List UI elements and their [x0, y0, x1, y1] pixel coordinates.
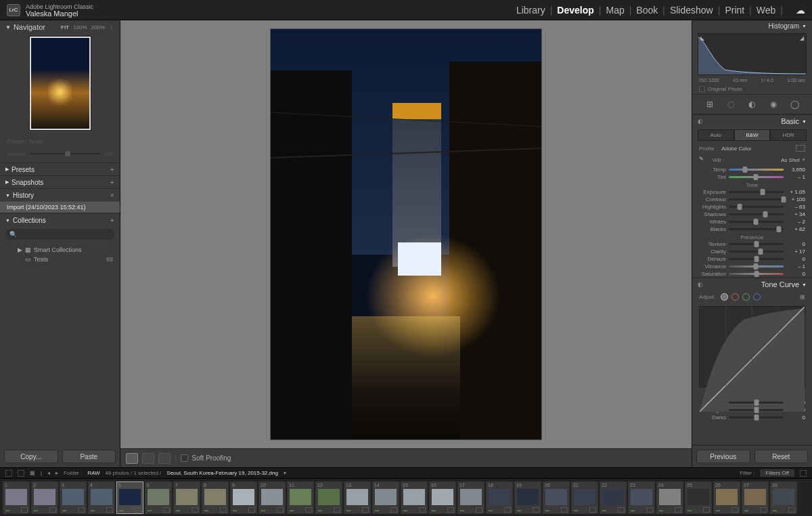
filmstrip-thumb[interactable]: 26••• — [713, 481, 740, 514]
module-library[interactable]: Library — [516, 5, 545, 16]
histogram-display[interactable]: ◣ ◢ — [698, 33, 807, 75]
slider-whites[interactable]: Whites– 2 — [692, 218, 812, 225]
main-photo[interactable] — [271, 29, 541, 439]
before-after-tb-button[interactable] — [158, 453, 171, 464]
module-slideshow[interactable]: Slideshow — [670, 5, 713, 16]
history-panel-header[interactable]: ▼History× — [0, 188, 120, 201]
folder-breadcrumb[interactable]: RAW — [87, 470, 99, 476]
slider-highlights[interactable]: Highlights– 63 — [692, 203, 812, 211]
collection-smart[interactable]: ▶▦Smart Collections — [7, 245, 113, 255]
slider-shadows[interactable]: Shadows+ 34 — [692, 211, 812, 218]
filmstrip-thumb[interactable]: 17••• — [457, 481, 484, 514]
filmstrip-thumb[interactable]: 8••• — [202, 481, 229, 514]
soft-proofing-checkbox[interactable] — [181, 454, 188, 462]
curve-red-channel[interactable] — [731, 293, 739, 301]
history-step[interactable]: Import (24/10/2023 15:52:41) — [0, 201, 120, 213]
filter-preset-dropdown[interactable]: Filters Off — [760, 469, 794, 477]
add-snapshot-icon[interactable]: + — [110, 178, 114, 186]
zoom-fit[interactable]: FIT — [61, 24, 69, 30]
filmstrip-thumb[interactable]: 24••• — [656, 481, 683, 514]
slider-vibrance[interactable]: Vibrance– 1 — [692, 263, 812, 270]
redeye-tool-icon[interactable]: ◉ — [768, 99, 779, 110]
filmstrip-thumb[interactable]: 5••• — [116, 481, 143, 514]
filmstrip-thumb[interactable]: 4••• — [88, 481, 115, 514]
filmstrip-thumb[interactable]: 21••• — [571, 481, 598, 514]
preset-amount-slider[interactable]: Amount 100 — [0, 149, 120, 158]
slider-exposure[interactable]: Exposure+ 1.05 — [692, 188, 812, 196]
slider-texture[interactable]: Texture0 — [692, 240, 812, 248]
filmstrip-thumb[interactable]: 12••• — [315, 481, 342, 514]
filmstrip-thumb[interactable]: 23••• — [628, 481, 655, 514]
filmstrip-thumb[interactable]: 1••• — [3, 481, 30, 514]
filmstrip-thumb[interactable]: 11••• — [287, 481, 314, 514]
treatment-auto[interactable]: Auto — [698, 129, 734, 141]
filmstrip-thumb[interactable]: 20••• — [543, 481, 570, 514]
go-back-icon[interactable]: ◂ — [47, 470, 50, 476]
slider-blacks[interactable]: Blacks+ 82 — [692, 225, 812, 233]
filmstrip-thumb[interactable]: 3••• — [60, 481, 87, 514]
navigator-thumbnail[interactable] — [30, 37, 91, 130]
zoom-200[interactable]: 200% — [91, 24, 105, 30]
filmstrip-thumb[interactable]: 25••• — [685, 481, 712, 514]
add-collection-icon[interactable]: + — [110, 216, 114, 224]
filmstrip-thumb[interactable]: 18••• — [486, 481, 513, 514]
loupe-view-button[interactable] — [126, 453, 138, 464]
collections-filter-input[interactable]: 🔍 — [5, 229, 114, 240]
panel-visibility-icon[interactable]: ◐ — [698, 281, 703, 288]
curve-green-channel[interactable] — [742, 293, 750, 301]
slider-dehaze[interactable]: Dehaze0 — [692, 255, 812, 263]
treatment-bw[interactable]: B&W — [734, 129, 771, 141]
collection-tests[interactable]: ▶▭Tests88 — [7, 255, 113, 264]
grid-view-icon[interactable]: ▦ — [30, 470, 35, 476]
filmstrip-thumb[interactable]: 13••• — [344, 481, 371, 514]
histogram-header[interactable]: Histogram▼ — [692, 20, 812, 32]
filmstrip[interactable]: 1•••2•••3•••4•••5•••6•••7•••8•••9•••10••… — [0, 478, 812, 516]
radial-tool-icon[interactable]: ◯ — [789, 99, 800, 110]
slider-contrast[interactable]: Contrast+ 100 — [692, 196, 812, 203]
go-forward-icon[interactable]: ▸ — [55, 470, 58, 476]
slider-clarity[interactable]: Clarity+ 17 — [692, 248, 812, 255]
slider-saturation[interactable]: Saturation0 — [692, 270, 812, 278]
crop-tool-icon[interactable]: ⊞ — [704, 99, 715, 110]
module-map[interactable]: Map — [606, 5, 624, 16]
slider-darks[interactable]: Darks0 — [692, 414, 812, 421]
filter-lock-icon[interactable] — [800, 470, 807, 477]
heal-tool-icon[interactable]: ◌ — [725, 99, 736, 110]
clear-history-icon[interactable]: × — [110, 191, 114, 199]
module-book[interactable]: Book — [636, 5, 658, 16]
navigator-header[interactable]: ▼ Navigator FIT 100% 200% ⋮ — [0, 20, 120, 34]
point-curve-icon[interactable]: ▦ — [800, 294, 805, 300]
basic-panel-header[interactable]: ◐ Basic▼ — [692, 114, 812, 127]
before-after-lr-button[interactable] — [142, 453, 154, 464]
slider-tint[interactable]: Tint– 1 — [692, 173, 812, 181]
previous-button[interactable]: Previous — [696, 450, 750, 463]
secondary-display-2-button[interactable] — [18, 470, 24, 477]
filmstrip-thumb[interactable]: 19••• — [514, 481, 541, 514]
cloud-sync-icon[interactable]: ☁ — [796, 5, 805, 16]
copy-button[interactable]: Copy... — [4, 450, 58, 463]
module-web[interactable]: Web — [757, 5, 776, 16]
collections-panel-header[interactable]: ▼Collections+ — [0, 213, 120, 226]
filmstrip-thumb[interactable]: 10••• — [258, 481, 286, 514]
mask-tool-icon[interactable]: ◐ — [746, 99, 757, 110]
filmstrip-thumb[interactable]: 9••• — [230, 481, 257, 514]
filmstrip-thumb[interactable]: 2••• — [31, 481, 58, 514]
profile-browser-icon[interactable] — [796, 145, 805, 152]
wb-dropper-icon[interactable]: ✎ — [699, 156, 707, 164]
filmstrip-thumb[interactable]: 14••• — [372, 481, 399, 514]
original-photo-toggle[interactable]: Original Photo — [692, 84, 812, 94]
tonecurve-panel-header[interactable]: ◐ Tone Curve▼ — [692, 278, 812, 291]
presets-panel-header[interactable]: ▶Presets+ — [0, 163, 120, 175]
tone-curve-editor[interactable] — [699, 306, 805, 387]
slider-temp[interactable]: Temp3,650 — [692, 166, 812, 173]
filmstrip-thumb[interactable]: 27••• — [742, 481, 769, 514]
breadcrumb-dropdown-icon[interactable]: ▾ — [284, 470, 286, 476]
snapshots-panel-header[interactable]: ▶Snapshots+ — [0, 175, 120, 188]
filmstrip-thumb[interactable]: 15••• — [401, 481, 428, 514]
curve-all-channel[interactable] — [721, 293, 728, 301]
filmstrip-thumb[interactable]: 22••• — [600, 481, 627, 514]
paste-button[interactable]: Paste — [62, 450, 116, 463]
secondary-display-button[interactable] — [5, 470, 12, 477]
zoom-more-icon[interactable]: ⋮ — [109, 24, 114, 30]
treatment-hdr[interactable]: HDR — [770, 129, 807, 141]
